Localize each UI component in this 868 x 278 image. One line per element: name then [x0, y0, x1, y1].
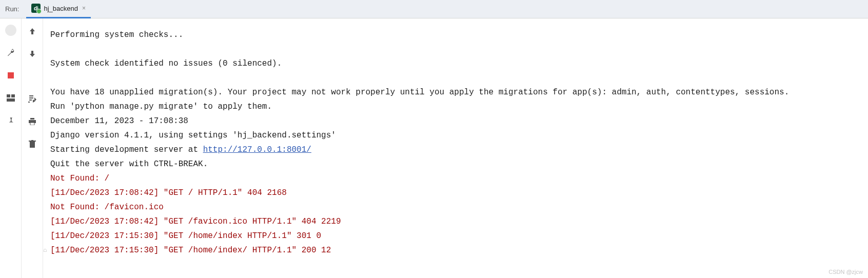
layout-button[interactable] [5, 92, 16, 104]
trash-button[interactable] [27, 138, 38, 150]
stop-icon [8, 72, 14, 78]
console-toolbar [22, 18, 43, 278]
django-icon: dj [31, 4, 41, 13]
left-toolbar [0, 18, 22, 278]
console-line: Not Found: / [50, 171, 863, 186]
wrench-icon[interactable] [5, 47, 16, 58]
console-line [50, 42, 863, 56]
svg-rect-6 [30, 142, 35, 148]
console-line: December 11, 2023 - 17:08:38 [50, 114, 863, 128]
console-line: [11/Dec/2023 17:15:30] "GET /home/index/… [50, 243, 863, 257]
scroll-to-end-button[interactable] [27, 93, 38, 105]
run-tab-hj-backend[interactable]: dj hj_backend × [26, 0, 91, 18]
scroll-up-button[interactable] [27, 26, 38, 37]
fold-marker-icon[interactable]: ⌂ [43, 243, 47, 257]
console-line: Run 'python manage.py migrate' to apply … [50, 100, 863, 114]
rerun-button[interactable] [5, 25, 16, 36]
console-line: Performing system checks... [50, 28, 863, 42]
run-tab-label: hj_backend [44, 5, 78, 12]
console-line: Quit the server with CTRL-BREAK. [50, 157, 863, 171]
console-output[interactable]: Performing system checks... System check… [43, 18, 868, 278]
console-line [50, 71, 863, 85]
console-line: Not Found: /favicon.ico [50, 200, 863, 214]
console-line: You have 18 unapplied migration(s). Your… [50, 85, 863, 100]
console-line: Starting development server at http://12… [50, 143, 863, 157]
console-line: [11/Dec/2023 17:08:42] "GET /favicon.ico… [50, 214, 863, 229]
scroll-down-button[interactable] [27, 48, 38, 59]
close-icon[interactable]: × [82, 5, 86, 12]
stop-button[interactable] [5, 70, 16, 81]
svg-rect-2 [7, 98, 15, 102]
svg-rect-7 [29, 141, 36, 142]
svg-rect-5 [30, 123, 34, 125]
console-line: [11/Dec/2023 17:08:42] "GET / HTTP/1.1" … [50, 186, 863, 200]
svg-rect-3 [30, 118, 34, 120]
print-button[interactable] [27, 116, 38, 127]
svg-rect-1 [11, 94, 15, 97]
pin-button[interactable] [5, 115, 16, 126]
svg-rect-0 [7, 94, 10, 97]
console-line: System check identified no issues (0 sil… [50, 56, 863, 71]
svg-rect-8 [31, 140, 33, 141]
server-url-link[interactable]: http://127.0.0.1:8001/ [203, 145, 311, 154]
main-area: Performing system checks... System check… [0, 18, 868, 278]
run-header-bar: Run: dj hj_backend × [0, 0, 868, 18]
watermark-text: CSDN @zjcw [828, 269, 863, 275]
console-line: Django version 4.1.1, using settings 'hj… [50, 128, 863, 143]
soft-wrap-button[interactable] [27, 71, 38, 82]
console-line: [11/Dec/2023 17:15:30] "GET /home/index … [50, 229, 863, 243]
run-label: Run: [5, 5, 26, 13]
